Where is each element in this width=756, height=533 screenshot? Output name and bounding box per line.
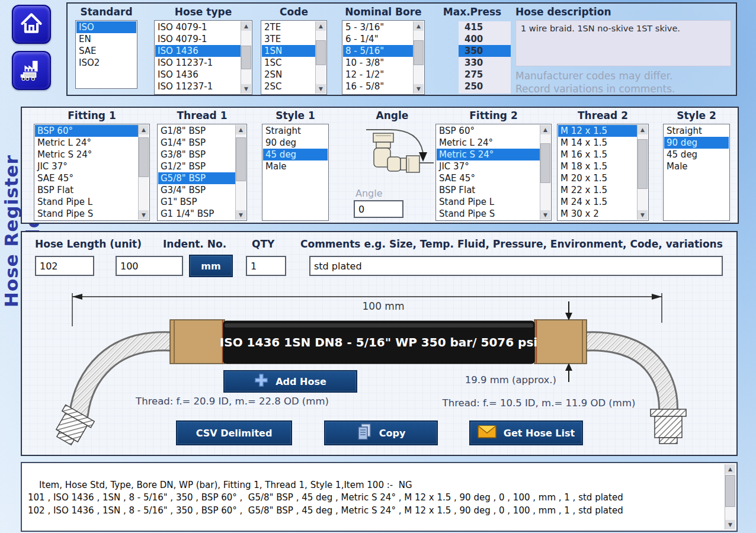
scroll-thumb[interactable] [540,143,550,183]
copy-button[interactable]: Copy [324,420,438,445]
list-item[interactable]: BSP 60° [437,125,540,137]
list-item[interactable]: 400 [459,33,511,45]
list-item[interactable]: 6 - 1/4" [343,33,414,45]
scroll-thumb[interactable] [316,40,326,65]
list-item[interactable]: G3/8" BSP [158,149,236,160]
scroll-thumb[interactable] [638,139,648,189]
scroll-down-arrow[interactable]: ▼ [540,210,550,220]
list-item[interactable]: 16 - 5/8" [343,81,414,92]
list-item[interactable]: 2SC [262,81,316,92]
list-item[interactable]: M 22 x 1.5 [558,184,638,196]
list-item[interactable]: ISO 4079-1 [155,21,241,33]
list-item[interactable]: 45 deg [664,149,729,160]
list-item[interactable]: BSP 60° [35,125,139,137]
style1-listbox[interactable]: Straight90 deg45 degMale [262,124,329,221]
scroll-down-arrow[interactable]: ▼ [725,520,735,529]
scroll-up-arrow[interactable]: ▲ [638,125,648,134]
scroll-up-arrow[interactable]: ▲ [725,464,735,474]
list-item[interactable]: Metric S 24° [437,149,540,160]
list-item[interactable]: M 24 x 1.5 [558,196,638,208]
scrollbar[interactable]: ▲ ▼ [235,125,246,220]
list-item[interactable]: 3TE [262,33,316,45]
list-item[interactable]: 1SC [262,57,316,69]
scroll-up-arrow[interactable]: ▲ [540,125,550,134]
scroll-track[interactable] [638,134,648,210]
scrollbar[interactable]: ▲ ▼ [637,125,648,220]
list-item[interactable]: 1SN [262,45,316,57]
list-item[interactable]: ISO [76,21,136,33]
list-item[interactable]: ISO 4079-1 [155,33,241,45]
fitting1-listbox[interactable]: BSP 60°Metric L 24°Metric S 24°JIC 37°SA… [34,124,150,221]
list-item[interactable]: JIC 37° [35,160,139,172]
list-item[interactable]: 250 [459,81,511,92]
list-item[interactable]: Stand Pipe S [437,208,540,220]
list-item[interactable]: M 16 x 1.5 [558,149,638,160]
scroll-track[interactable] [540,134,550,210]
list-item[interactable]: BSP Flat [437,184,540,196]
list-item[interactable]: 330 [459,57,511,69]
scrollbar[interactable]: ▲ ▼ [138,125,149,220]
list-item[interactable]: Metric L 24° [35,137,139,149]
fitting2-listbox[interactable]: BSP 60°Metric L 24°Metric S 24°JIC 37°SA… [435,124,552,221]
indent-no-input[interactable] [116,256,183,276]
scroll-up-arrow[interactable]: ▲ [414,21,424,31]
qty-input[interactable] [246,256,286,276]
list-item[interactable]: Stand Pipe S [35,208,139,220]
list-item[interactable]: ISO 11237-1 [155,81,241,92]
scroll-thumb[interactable] [414,40,424,65]
list-item[interactable]: 275 [459,69,511,81]
scroll-down-arrow[interactable]: ▼ [139,210,149,220]
scroll-down-arrow[interactable]: ▼ [236,210,246,220]
list-item[interactable]: Male [263,160,328,172]
factory-button[interactable] [12,51,51,90]
list-item[interactable]: Stand Pipe L [437,196,540,208]
hose-type-listbox[interactable]: ISO 4079-1ISO 4079-1ISO 1436ISO 11237-1I… [154,20,252,95]
list-item[interactable]: ISO2 [76,57,136,69]
list-item[interactable]: M 20 x 1.5 [558,172,638,184]
home-button[interactable] [12,5,51,44]
scrollbar[interactable]: ▲ ▼ [725,464,735,529]
list-item[interactable]: G1/4" BSP [158,137,236,149]
list-item[interactable]: Metric L 24° [437,137,540,149]
list-item[interactable]: SAE [76,45,136,57]
list-item[interactable]: G1" BSP [158,196,236,208]
style2-listbox[interactable]: Straight90 deg45 degMale [663,124,730,221]
scrollbar[interactable]: ▲ ▼ [413,21,424,94]
csv-delimited-button[interactable]: CSV Delimited [176,420,292,445]
list-item[interactable]: 90 deg [664,137,729,149]
get-hose-list-button[interactable]: Get Hose List [469,420,583,445]
list-item[interactable]: Straight [263,125,328,137]
hose-length-input[interactable] [35,256,94,276]
code-listbox[interactable]: 2TE3TE1SN1SC2SN2SC ▲ ▼ [261,20,327,95]
list-item[interactable]: 8 - 5/16" [343,45,414,57]
unit-mm-button[interactable]: mm [189,255,233,277]
list-item[interactable]: M 30 x 2 [558,208,638,220]
list-item[interactable]: G1/2" BSP [158,160,236,172]
scroll-down-arrow[interactable]: ▼ [414,84,424,94]
scrollbar[interactable]: ▲ ▼ [241,21,251,94]
comments-input[interactable] [309,256,723,276]
scrollbar[interactable]: ▲ ▼ [315,21,326,94]
list-item[interactable]: Straight [664,125,729,137]
list-item[interactable]: G3/4" BSP [158,184,236,196]
thread2-listbox[interactable]: M 12 x 1.5M 14 x 1.5M 16 x 1.5M 18 x 1.5… [557,124,649,221]
max-press-list[interactable]: 415400350330275250 [459,21,511,94]
list-item[interactable]: G1/8" BSP [158,125,236,137]
scroll-thumb[interactable] [139,137,149,177]
list-item[interactable]: Metric S 24° [35,149,139,160]
list-item[interactable]: 90 deg [263,137,328,149]
list-item[interactable]: M 14 x 1.5 [558,137,638,149]
list-item[interactable]: 2TE [262,21,316,33]
list-item[interactable]: 5 - 3/16" [343,21,414,33]
list-item[interactable]: ISO 11237-1 [155,57,241,69]
list-item[interactable]: G1 1/4" BSP [158,208,236,220]
angle-input[interactable] [354,200,403,218]
list-item[interactable]: 45 deg [263,149,328,160]
list-item[interactable]: Male [664,160,729,172]
scroll-track[interactable] [241,31,251,84]
add-hose-button[interactable]: Add Hose [223,370,357,393]
thread1-listbox[interactable]: G1/8" BSPG1/4" BSPG3/8" BSPG1/2" BSPG5/8… [157,124,247,221]
scroll-track[interactable] [139,134,149,210]
scroll-up-arrow[interactable]: ▲ [236,125,246,134]
scroll-down-arrow[interactable]: ▼ [241,84,251,94]
